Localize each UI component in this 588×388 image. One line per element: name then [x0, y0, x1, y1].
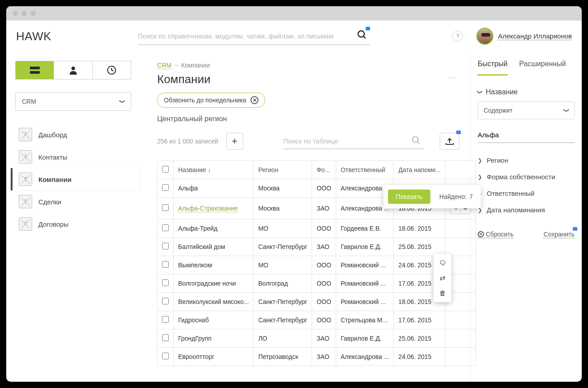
- filter-section-collapsed-0[interactable]: ❯Регион: [478, 152, 575, 169]
- company-link[interactable]: Альфа-Страхование: [178, 205, 238, 212]
- help-button[interactable]: ?: [452, 31, 463, 42]
- add-record-button[interactable]: +: [226, 133, 243, 150]
- cell-name: Волгоградские ночи: [174, 274, 254, 293]
- select-all-checkbox[interactable]: [162, 166, 169, 173]
- table-row[interactable]: Великолукский мясоко...Санкт-ПетербургОО…: [158, 293, 476, 311]
- cell-actions: [446, 238, 476, 256]
- sidebar-item-4[interactable]: ?Договоры: [11, 213, 140, 235]
- cell-region: Москва: [254, 179, 312, 198]
- page-actions-menu[interactable]: ⋮: [445, 71, 460, 84]
- sidebar-item-label: Дашборд: [38, 131, 67, 139]
- cell-responsible: Романовский ...: [336, 293, 393, 311]
- row-menu-chat[interactable]: 🗨: [434, 256, 451, 270]
- col-header-name[interactable]: Название ↓: [174, 161, 254, 179]
- table-row[interactable]: Балтийский домСанкт-ПетербургЗАОГаврилов…: [158, 238, 476, 256]
- mode-tab-dashboard[interactable]: [16, 61, 54, 79]
- mode-tab-history[interactable]: [93, 61, 131, 79]
- cell-actions: [446, 348, 476, 366]
- sidebar-item-label: Договоры: [38, 220, 68, 228]
- svg-point-4: [71, 67, 75, 70]
- table-row[interactable]: ЕврооптторгПетрозаводскЗАОАлександрова .…: [158, 348, 476, 366]
- window-close-dot[interactable]: [13, 11, 18, 16]
- upload-button[interactable]: [440, 133, 459, 150]
- col-header-region[interactable]: Регион: [254, 161, 312, 179]
- row-checkbox[interactable]: [162, 316, 169, 323]
- cell-name: Балтийский дом: [174, 238, 254, 256]
- filter-tab-quick[interactable]: Быстрый: [478, 60, 508, 76]
- reset-filters-button[interactable]: ✕Сбросить: [478, 231, 513, 238]
- row-menu-transfer[interactable]: ⇄: [434, 270, 451, 286]
- svg-rect-3: [30, 71, 40, 74]
- placeholder-icon: ?: [19, 128, 32, 141]
- cell-form: ООО: [312, 219, 336, 238]
- placeholder-icon: ?: [19, 195, 32, 208]
- filter-value-input[interactable]: [478, 127, 575, 143]
- table-row[interactable]: ГидроснабСанкт-ПетербургОООСтрельцова М.…: [158, 311, 476, 329]
- col-header-responsible[interactable]: Ответственный: [336, 161, 393, 179]
- apply-filter-button[interactable]: Показать: [388, 190, 431, 204]
- cell-form: ЗАО: [312, 238, 336, 256]
- filter-section-collapsed-3[interactable]: ❯Дата напоминания: [478, 202, 575, 218]
- cell-region: Санкт-Петербург: [254, 293, 312, 311]
- module-selector-label: CRM: [22, 98, 36, 105]
- row-checkbox[interactable]: [162, 243, 169, 249]
- cell-form: ООО: [312, 293, 336, 311]
- row-context-menu: 🗨 ⇄ 🗑: [434, 254, 451, 302]
- table-search-input[interactable]: [284, 134, 424, 149]
- sidebar-item-3[interactable]: ?Сделки: [11, 190, 140, 213]
- cell-name: Великолукский мясоко...: [174, 293, 254, 311]
- save-filters-button[interactable]: Сохранить: [543, 231, 575, 238]
- chevron-right-icon: ❯: [478, 157, 482, 164]
- table-row[interactable]: Волгоградские ночиВолгоградОООРомановски…: [158, 274, 476, 293]
- cell-form: ООО: [312, 256, 336, 274]
- search-icon[interactable]: [411, 135, 421, 145]
- table-row[interactable]: Альфа-ТрейдМООООГордеева Е.В.18.06. 2015: [158, 219, 476, 238]
- cell-form: ЗАО: [312, 329, 336, 348]
- table-row[interactable]: ВымпелкомМООООРомановский ...24.06. 2015: [158, 256, 476, 274]
- row-checkbox[interactable]: [162, 184, 169, 191]
- search-icon[interactable]: [357, 30, 367, 40]
- filter-section-collapsed-1[interactable]: ❯Форма собственности: [478, 169, 575, 185]
- cell-responsible: Александрова ...: [336, 348, 393, 366]
- cell-date: 25.06. 2015: [394, 329, 446, 348]
- col-header-reminder-date[interactable]: Дата напоми...: [394, 161, 446, 179]
- filter-chip[interactable]: Обзвонить до понедельника ✕: [157, 93, 265, 108]
- row-checkbox[interactable]: [162, 298, 169, 304]
- window-min-dot[interactable]: [21, 11, 27, 16]
- col-header-form[interactable]: Фо...: [312, 161, 336, 179]
- cell-name: ГрондГрупп: [174, 329, 254, 348]
- sidebar-item-0[interactable]: ?Дашборд: [11, 123, 140, 146]
- row-checkbox[interactable]: [162, 224, 169, 231]
- module-selector[interactable]: CRM ❯: [15, 92, 131, 111]
- window-max-dot[interactable]: [30, 11, 36, 16]
- breadcrumb-root-link[interactable]: CRM: [157, 62, 171, 69]
- filter-chip-remove[interactable]: ✕: [250, 96, 259, 104]
- filter-section-name[interactable]: ❯ Название: [478, 88, 575, 96]
- cell-form: ЗАО: [312, 198, 336, 219]
- user-avatar[interactable]: [476, 28, 493, 45]
- placeholder-icon: ?: [19, 173, 32, 186]
- filter-condition-select[interactable]: Содержит ❯: [478, 101, 575, 119]
- user-name-link[interactable]: Александр Илларионов: [498, 32, 572, 40]
- row-checkbox[interactable]: [162, 334, 169, 341]
- cell-region: Санкт-Петербург: [254, 311, 312, 329]
- sidebar-item-1[interactable]: ?Контакты: [11, 146, 140, 168]
- row-checkbox[interactable]: [162, 353, 169, 359]
- tiles-icon: [30, 67, 40, 74]
- table-row[interactable]: ГрондГруппЛОЗАОГаврилов Е.Д.25.06. 2015: [158, 329, 476, 348]
- sidebar-item-2[interactable]: ?Компании: [11, 168, 140, 190]
- row-checkbox[interactable]: [162, 279, 169, 286]
- cell-form: ООО: [312, 179, 336, 198]
- row-menu-delete[interactable]: 🗑: [434, 286, 451, 300]
- filter-tab-advanced[interactable]: Расширенный: [519, 60, 566, 76]
- row-checkbox[interactable]: [162, 261, 169, 268]
- cell-form: ООО: [312, 311, 336, 329]
- cell-date: 18.06. 2015: [394, 219, 446, 238]
- app-logo[interactable]: HAWK: [10, 30, 58, 43]
- cell-name: Еврооптторг: [174, 348, 254, 366]
- global-search-input[interactable]: [138, 28, 370, 45]
- row-checkbox[interactable]: [162, 204, 169, 211]
- chevron-down-icon: ❯: [563, 108, 570, 113]
- mode-tab-person[interactable]: [54, 61, 92, 79]
- filter-section-collapsed-2[interactable]: ❯Ответственный: [478, 185, 575, 202]
